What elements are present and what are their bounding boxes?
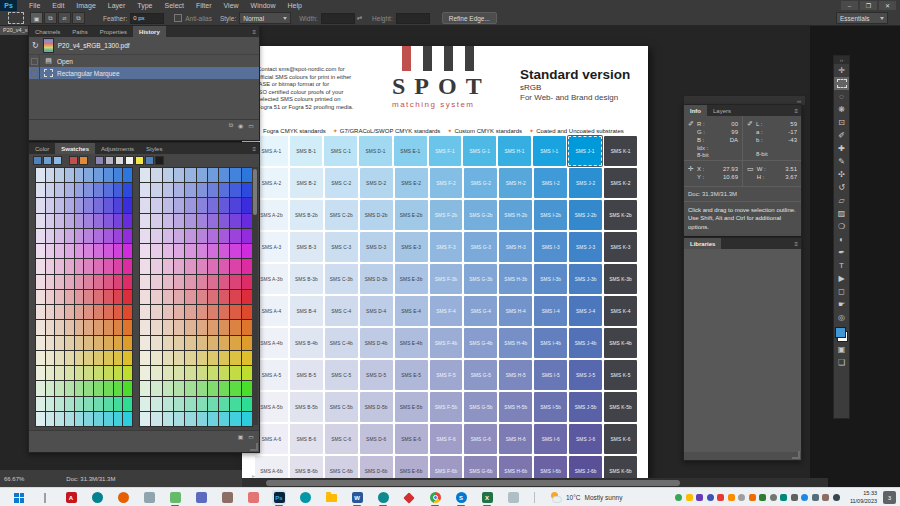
swatch-cell-H-6b[interactable]: SMS H-6b (499, 456, 532, 478)
move-tool[interactable]: ✛ (834, 64, 849, 77)
swatch[interactable] (151, 244, 161, 258)
swatch[interactable] (104, 214, 113, 228)
swatch[interactable] (65, 198, 74, 212)
swatch[interactable] (46, 275, 55, 289)
swatch-cell-C-2[interactable]: SMS C-2 (325, 168, 358, 198)
clone-stamp-tool[interactable]: ✣ (834, 168, 849, 181)
swatch[interactable] (163, 259, 173, 273)
preset-swatch[interactable] (105, 156, 114, 165)
swatch[interactable] (230, 290, 240, 304)
swatch[interactable] (140, 305, 150, 319)
swatch[interactable] (104, 320, 113, 334)
swatch-cell-F-3b[interactable]: SMS F-3b (430, 264, 463, 294)
swatch[interactable] (208, 259, 218, 273)
swatch[interactable] (123, 366, 132, 380)
foreground-color-chip[interactable] (835, 327, 846, 338)
swatch[interactable] (55, 259, 64, 273)
swatch-cell-G-3b[interactable]: SMS G-3b (464, 264, 497, 294)
swatch[interactable] (140, 290, 150, 304)
swatch-cell-C-1[interactable]: SMS C-1 (324, 136, 357, 166)
swatch[interactable] (174, 305, 184, 319)
swatch[interactable] (208, 275, 218, 289)
swatch[interactable] (219, 229, 229, 243)
excel-app[interactable]: X (480, 490, 494, 505)
menu-window[interactable]: Window (245, 2, 282, 9)
swatch-cell-B-5[interactable]: SMS B-5 (290, 360, 323, 390)
swatch[interactable] (219, 259, 229, 273)
swatch-cell-J-3b[interactable]: SMS J-3b (569, 264, 602, 294)
swatch[interactable] (114, 290, 123, 304)
swatch-cell-G-3[interactable]: SMS G-3 (464, 232, 497, 262)
swatch[interactable] (123, 336, 132, 350)
swatch-cell-B-2[interactable]: SMS B-2 (290, 168, 323, 198)
swatch[interactable] (185, 259, 195, 273)
swatch[interactable] (94, 366, 103, 380)
swatch[interactable] (208, 381, 218, 395)
swatch[interactable] (65, 214, 74, 228)
tray-icon[interactable] (686, 494, 693, 501)
swatch[interactable] (163, 275, 173, 289)
swatch-cell-D-3b[interactable]: SMS D-3b (360, 264, 393, 294)
swatch[interactable] (230, 412, 240, 426)
taskbar-clock[interactable]: 15:33 11/09/2023 (850, 490, 877, 504)
swatch[interactable] (197, 259, 207, 273)
swatch[interactable] (65, 290, 74, 304)
swatch[interactable] (104, 244, 113, 258)
menu-edit[interactable]: Edit (46, 2, 70, 9)
tab-libraries[interactable]: Libraries (684, 238, 721, 249)
tray-icon[interactable] (717, 494, 724, 501)
swatch[interactable] (46, 351, 55, 365)
start-button[interactable] (12, 490, 26, 505)
swatch-cell-B-6[interactable]: SMS B-6 (290, 424, 323, 454)
swatch[interactable] (208, 168, 218, 182)
horizontal-scrollbar[interactable] (242, 478, 828, 487)
swatch[interactable] (123, 275, 132, 289)
swatch[interactable] (151, 229, 161, 243)
swatch-cell-G-5[interactable]: SMS G-5 (464, 360, 497, 390)
minimize-button[interactable]: – (841, 1, 858, 10)
swatch-cell-B-4b[interactable]: SMS B-4b (290, 328, 323, 358)
tray-icon[interactable] (749, 494, 756, 501)
swatch-cell-D-1[interactable]: SMS D-1 (359, 136, 392, 166)
swatch[interactable] (185, 366, 195, 380)
swatch[interactable] (140, 412, 150, 426)
swatch-cell-K-5[interactable]: SMS K-5 (604, 360, 637, 390)
swatch[interactable] (219, 320, 229, 334)
menu-view[interactable]: View (218, 2, 245, 9)
swatch[interactable] (94, 244, 103, 258)
close-button[interactable]: ✕ (879, 1, 896, 10)
swatch[interactable] (163, 305, 173, 319)
swatch[interactable] (114, 259, 123, 273)
swatch[interactable] (174, 244, 184, 258)
swatch[interactable] (163, 244, 173, 258)
lasso-tool[interactable]: ◌ (834, 90, 849, 103)
swatch-cell-D-5[interactable]: SMS D-5 (360, 360, 393, 390)
swatch[interactable] (75, 183, 84, 197)
swatch[interactable] (65, 244, 74, 258)
swatch[interactable] (163, 336, 173, 350)
swatch[interactable] (84, 351, 93, 365)
swatch[interactable] (208, 214, 218, 228)
swatch[interactable] (46, 366, 55, 380)
swatch[interactable] (208, 290, 218, 304)
swatch-cell-H-5b[interactable]: SMS H-5b (499, 392, 532, 422)
swatch[interactable] (140, 366, 150, 380)
swatch[interactable] (114, 183, 123, 197)
width-input[interactable] (321, 13, 355, 24)
swatch[interactable] (114, 168, 123, 182)
tray-icon[interactable] (707, 494, 714, 501)
swatch-cell-I-2[interactable]: SMS I-2 (534, 168, 567, 198)
swatch[interactable] (94, 336, 103, 350)
diamond-app[interactable] (402, 490, 416, 505)
swatch[interactable] (185, 198, 195, 212)
swatch[interactable] (151, 381, 161, 395)
tray-icon[interactable] (801, 494, 808, 501)
swatch-cell-J-6[interactable]: SMS J-6 (569, 424, 602, 454)
swatch[interactable] (163, 168, 173, 182)
swatch[interactable] (230, 244, 240, 258)
menu-layer[interactable]: Layer (102, 2, 132, 9)
swatch-cell-F-3[interactable]: SMS F-3 (430, 232, 463, 262)
skype-app[interactable]: S (454, 490, 468, 505)
tab-channels[interactable]: Channels (29, 26, 66, 37)
swatch[interactable] (46, 168, 55, 182)
